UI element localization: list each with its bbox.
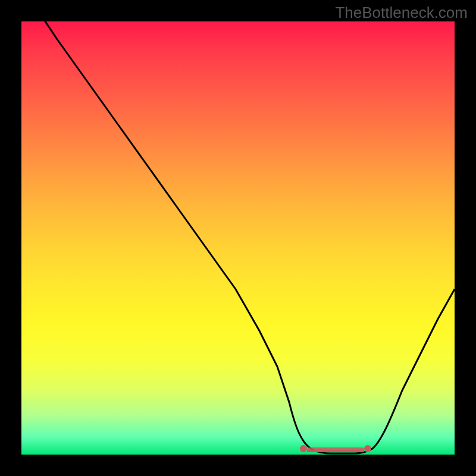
bottleneck-curve-line [33,21,455,453]
chart-plot-area [21,21,455,455]
optimal-range-end-marker [364,445,371,452]
optimal-range-band-dots [307,450,364,452]
chart-curve-layer [21,21,455,455]
optimal-range-start-marker [300,445,307,452]
watermark-text: TheBottleneck.com [335,4,468,22]
